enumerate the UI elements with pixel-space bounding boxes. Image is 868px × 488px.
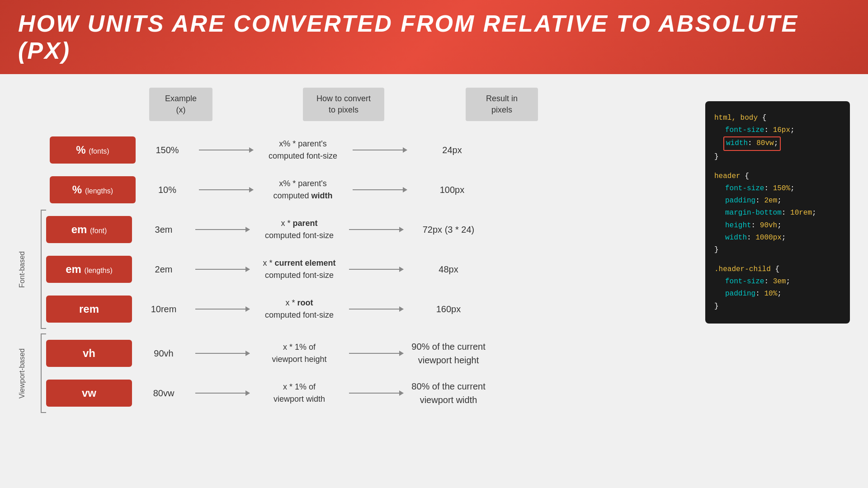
code-line: } — [714, 151, 841, 163]
arrow-line — [195, 269, 250, 270]
code-blank — [714, 163, 841, 170]
arrow-line2 — [349, 353, 403, 354]
example-val: 2em — [132, 264, 195, 275]
arrow-line — [195, 229, 250, 230]
result-val: 48px — [403, 263, 494, 276]
code-line: margin-bottom: 10rem; — [714, 207, 841, 219]
result-val: 24px — [407, 143, 497, 157]
example-val: 80vw — [132, 388, 195, 399]
group-wrapper: Viewport-based vh 90vh — [18, 333, 687, 413]
code-line: header { — [714, 170, 841, 183]
code-line: width: 1000px; — [714, 232, 841, 244]
unit-badge-em-font: em (font) — [46, 216, 132, 243]
table-row: rem 10rem x * rootcomputed font-size 160… — [46, 289, 494, 329]
group-rows: vh 90vh x * 1% ofviewport height 90% of … — [46, 333, 494, 413]
example-val: 3em — [132, 225, 195, 235]
convert-formula: x * rootcomputed font-size — [250, 297, 349, 321]
code-line: html, body { — [714, 112, 841, 124]
arrow-line2 — [349, 393, 403, 394]
code-line: font-size: 3em; — [714, 276, 841, 288]
code-panel: html, body { font-size: 16px; width: 80v… — [705, 101, 850, 324]
convert-formula: x * 1% ofviewport height — [250, 341, 349, 366]
table-row: em (lengths) 2em x * current elementcomp… — [46, 249, 494, 289]
convert-formula: x * parentcomputed font-size — [250, 217, 349, 242]
code-line: height: 90vh; — [714, 220, 841, 232]
arrow-line2 — [353, 150, 407, 150]
arrow-line — [195, 309, 250, 310]
table-row: em (font) 3em x * parentcomputed font-si… — [46, 210, 494, 249]
code-line-highlight: width: 80vw; — [714, 136, 841, 150]
arrow-line2 — [349, 309, 403, 310]
font-based-group: Font-based em (font) 3em — [18, 210, 687, 329]
table-row: vw 80vw x * 1% ofviewport width 80% of t… — [46, 373, 494, 413]
code-line: font-size: 16px; — [714, 124, 841, 136]
example-val: 10% — [136, 185, 199, 195]
unit-badge-percent-fonts: % (fonts) — [50, 136, 136, 164]
convert-formula: x * 1% ofviewport width — [250, 381, 349, 405]
unit-badge-vw: vw — [46, 380, 132, 407]
unit-badge-vh: vh — [46, 340, 132, 367]
code-line: .header-child { — [714, 263, 841, 276]
arrow-line2 — [349, 229, 403, 230]
table-row: vh 90vh x * 1% ofviewport height 90% of … — [46, 333, 494, 373]
main-content: Example(x) How to convertto pixels Resul… — [0, 74, 868, 431]
convert-formula: x% * parent'scomputed font-size — [253, 138, 353, 162]
arrow-line — [199, 189, 253, 190]
code-line: font-size: 150%; — [714, 183, 841, 195]
code-line: } — [714, 244, 841, 256]
table-row: % (fonts) 150% x% * parent'scomputed fon… — [18, 130, 687, 170]
code-line: padding: 2em; — [714, 195, 841, 207]
table-row: % (lengths) 10% x% * parent'scomputed wi… — [18, 170, 687, 210]
page-title: HOW UNITS ARE CONVERTED FROM RELATIVE TO… — [18, 10, 850, 64]
header-banner: HOW UNITS ARE CONVERTED FROM RELATIVE TO… — [0, 0, 868, 74]
arrow-line — [195, 393, 250, 394]
standalone-rows: % (fonts) 150% x% * parent'scomputed fon… — [18, 130, 687, 210]
code-blank — [714, 256, 841, 263]
group-wrapper: Font-based em (font) 3em — [18, 210, 687, 329]
example-val: 90vh — [132, 348, 195, 359]
unit-badge-percent-lengths: % (lengths) — [50, 176, 136, 203]
group-label-font-based: Font-based — [18, 210, 41, 329]
table-section: Example(x) How to convertto pixels Resul… — [18, 88, 687, 418]
col-header-result: Result inpixels — [466, 88, 538, 121]
convert-formula: x * current elementcomputed font-size — [250, 257, 349, 282]
result-val: 90% of the currentviewport height — [403, 340, 494, 367]
arrow-line2 — [349, 269, 403, 270]
result-val: 160px — [403, 302, 494, 316]
code-line: padding: 10%; — [714, 288, 841, 300]
arrow-line — [195, 353, 250, 354]
result-val: 80% of the currentviewport width — [403, 380, 494, 407]
unit-badge-em-lengths: em (lengths) — [46, 256, 132, 283]
group-label-text: Viewport-based — [18, 348, 26, 399]
arrow-line2 — [353, 189, 407, 190]
group-rows: em (font) 3em x * parentcomputed font-si… — [46, 210, 494, 329]
col-header-example: Example(x) — [149, 88, 212, 121]
viewport-based-group: Viewport-based vh 90vh — [18, 333, 687, 413]
convert-formula: x% * parent'scomputed width — [253, 178, 353, 202]
unit-badge-rem: rem — [46, 296, 132, 323]
group-label-viewport-based: Viewport-based — [18, 333, 41, 413]
arrow-line — [199, 150, 253, 150]
result-val: 72px (3 * 24) — [403, 223, 494, 236]
col-header-convert: How to convertto pixels — [303, 88, 384, 121]
column-headers: Example(x) How to convertto pixels Resul… — [149, 88, 687, 121]
group-label-text: Font-based — [18, 251, 26, 288]
example-val: 10rem — [132, 304, 195, 314]
code-line: } — [714, 300, 841, 313]
example-val: 150% — [136, 145, 199, 155]
result-val: 100px — [407, 183, 497, 197]
